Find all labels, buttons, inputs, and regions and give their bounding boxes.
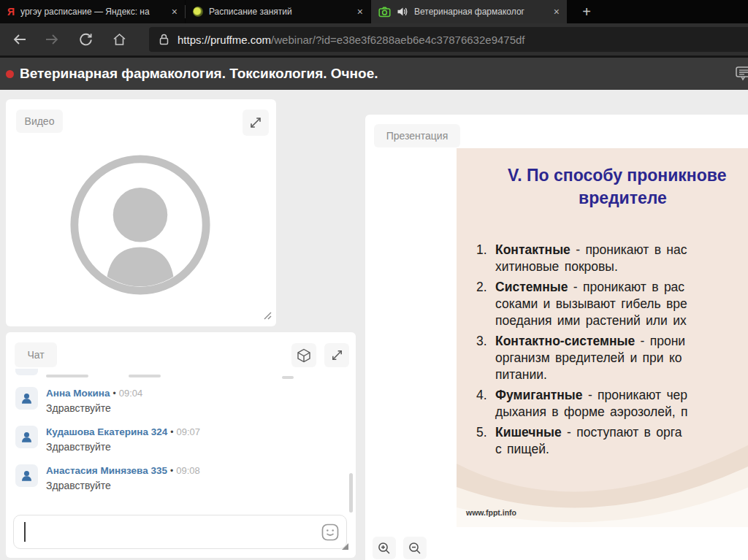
webinar-title: Ветеринарная фармакология. Токсикология.… xyxy=(20,66,378,82)
chat-panel-label: Чат xyxy=(15,342,57,367)
recording-dot-icon xyxy=(6,70,14,78)
magnifier-plus-icon xyxy=(377,541,392,556)
message-author[interactable]: Анна Мокина xyxy=(46,388,110,399)
url-host: https://pruffme.com xyxy=(178,34,271,46)
time-separator: • xyxy=(110,388,119,399)
chat-3d-cube-button[interactable] xyxy=(291,343,316,367)
emoji-picker-button[interactable] xyxy=(321,523,339,541)
home-button[interactable] xyxy=(107,27,131,52)
tab-title: ургэу расписание — Яндекс: на xyxy=(20,7,164,17)
presentation-panel: Презентация V. По способу проникнове вре… xyxy=(365,115,748,560)
forward-button[interactable] xyxy=(39,27,64,52)
user-avatar-icon xyxy=(15,426,38,448)
message-time: 09:07 xyxy=(176,426,200,437)
back-button[interactable] xyxy=(7,27,32,52)
message-time: 09:08 xyxy=(176,465,200,476)
tab-audio-speaker-icon[interactable] xyxy=(397,6,408,18)
tab-close-icon[interactable]: × xyxy=(170,6,178,18)
chat-panel: Чат xyxy=(6,332,356,558)
list-item: 2.Системные - проникают в рас соками и в… xyxy=(476,279,748,329)
speaker-avatar-placeholder xyxy=(69,153,212,296)
video-panel: Видео xyxy=(6,99,276,326)
webinar-header: Ветеринарная фармакология. Токсикология.… xyxy=(0,58,748,90)
zoom-out-button[interactable] xyxy=(403,537,427,559)
chat-message-list[interactable]: Анна Мокина•09:04 Здравствуйте Кудашова … xyxy=(6,369,351,513)
chat-message-input[interactable] xyxy=(13,515,347,549)
video-panel-label: Видео xyxy=(16,110,63,133)
expand-arrows-icon xyxy=(330,348,344,362)
message-text: Здравствуйте xyxy=(46,480,111,491)
slide-footer-url: www.fppt.info xyxy=(466,508,516,517)
url-path: /webinar/?id=e38e3f6288aeb6e4c37876632e9… xyxy=(271,34,524,46)
presentation-panel-label: Презентация xyxy=(374,124,460,147)
person-silhouette-icon xyxy=(69,153,212,296)
slide-title: V. По способу проникнове вредителе xyxy=(457,164,748,210)
browser-toolbar: https://pruffme.com/webinar/?id=e38e3f62… xyxy=(0,23,748,55)
tab-title: Ветеринарная фармаколог xyxy=(414,7,546,17)
list-item: 3.Контактно-системные - прони организм в… xyxy=(476,333,748,383)
refresh-button[interactable] xyxy=(73,27,98,52)
presentation-slide: V. По способу проникнове вредителе 1.Кон… xyxy=(457,148,748,527)
list-item: 4.Фумигантные - проникают чер дыхания в … xyxy=(476,387,748,421)
video-expand-button[interactable] xyxy=(243,110,269,136)
message-author[interactable]: Кудашова Екатерина 324 xyxy=(46,426,167,437)
message-text: Здравствуйте xyxy=(46,402,111,414)
browser-window: Я ургэу расписание — Яндекс: на × Распис… xyxy=(0,0,748,560)
text-cursor xyxy=(24,522,26,542)
time-separator: • xyxy=(167,427,176,437)
list-item: 5.Кишечные - поступают в орга с пищей. xyxy=(476,424,748,458)
user-avatar-icon xyxy=(15,464,38,487)
list-item: 1.Контактные - проникают в нас хитиновые… xyxy=(476,242,748,275)
chat-resize-handle[interactable] xyxy=(341,542,350,551)
chat-expand-button[interactable] xyxy=(324,343,349,367)
video-resize-handle[interactable] xyxy=(263,311,272,320)
message-time: 09:04 xyxy=(119,388,143,399)
address-bar[interactable]: https://pruffme.com/webinar/?id=e38e3f62… xyxy=(149,27,748,52)
time-separator: • xyxy=(167,466,176,476)
site-favicon-icon xyxy=(193,7,203,17)
magnifier-minus-icon xyxy=(408,541,422,556)
browser-tab-bar: Я ургэу расписание — Яндекс: на × Распис… xyxy=(0,0,748,23)
slide-numbered-list: 1.Контактные - проникают в нас хитиновые… xyxy=(457,242,748,458)
message-text: Здравствуйте xyxy=(46,441,111,453)
browser-tab-schedule[interactable]: Расписание занятий × xyxy=(186,0,370,23)
camera-favicon-icon xyxy=(378,7,391,18)
cube-icon xyxy=(296,348,312,364)
user-avatar-icon xyxy=(15,387,38,410)
smiley-icon xyxy=(321,523,339,541)
clipped-avatar xyxy=(15,369,38,375)
chat-scrollbar[interactable] xyxy=(349,473,353,513)
tab-close-icon[interactable]: × xyxy=(552,6,560,18)
chat-bubble-icon[interactable] xyxy=(736,66,748,82)
expand-arrows-icon xyxy=(248,115,263,130)
lock-icon xyxy=(158,33,170,46)
browser-tab-yandex-search[interactable]: Я ургэу расписание — Яндекс: на × xyxy=(0,0,185,23)
message-author[interactable]: Анастасия Минязева 335 xyxy=(46,465,167,476)
tab-title: Расписание занятий xyxy=(209,7,350,17)
new-tab-button[interactable]: + xyxy=(576,1,598,22)
yandex-favicon-icon: Я xyxy=(7,6,15,18)
tab-close-icon[interactable]: × xyxy=(356,6,363,18)
browser-tab-webinar-active[interactable]: Ветеринарная фармаколог × xyxy=(371,0,567,23)
zoom-in-button[interactable] xyxy=(373,537,396,559)
